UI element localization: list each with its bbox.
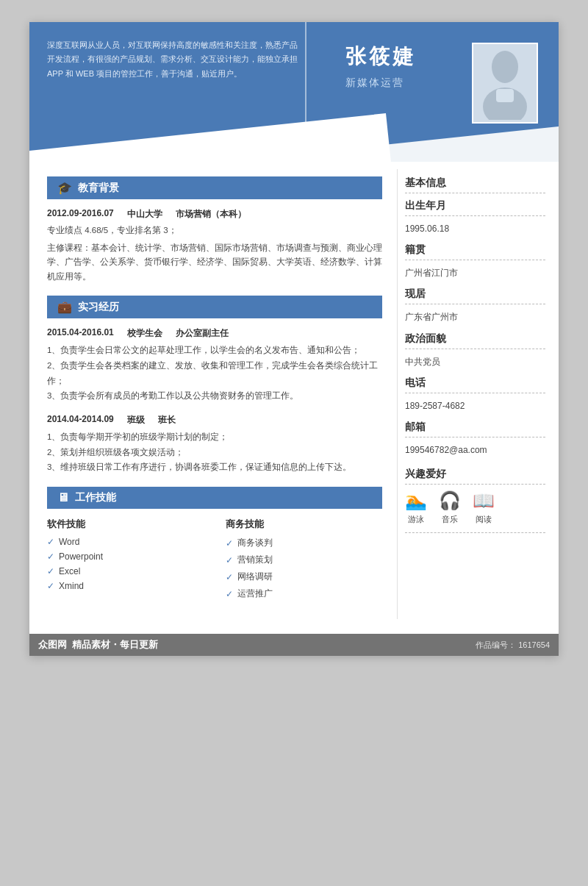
music-icon: 🎧 bbox=[439, 490, 461, 511]
hobby-music: 🎧 音乐 bbox=[439, 490, 461, 525]
skills-grid: 软件技能 ✓ Word ✓ Powerpoint ✓ Excel ✓ bbox=[47, 518, 382, 604]
exp2-row-main: 2014.04-2014.09 班级 班长 bbox=[47, 414, 382, 426]
field-value-email: 199546782@aa.com bbox=[405, 443, 545, 457]
divider bbox=[405, 484, 545, 485]
skill-label: Powerpoint bbox=[59, 551, 103, 562]
edu-gpa: 专业绩点 4.68/5，专业排名第 3； bbox=[47, 224, 382, 238]
field-birthdate: 出生年月 1995.06.18 bbox=[405, 199, 545, 236]
business-skills-title: 商务技能 bbox=[226, 518, 382, 531]
exp1-row-main: 2015.04-2016.01 校学生会 办公室副主任 bbox=[47, 327, 382, 340]
svg-point-0 bbox=[492, 51, 518, 83]
edu-major: 市场营销（本科） bbox=[176, 208, 246, 221]
basic-info-title: 基本信息 bbox=[405, 176, 545, 190]
skills-section-header: 🖥 工作技能 bbox=[47, 487, 382, 509]
hobbies-title: 兴趣爱好 bbox=[405, 468, 545, 481]
experience-section-header: 💼 实习经历 bbox=[47, 296, 382, 318]
field-label-hometown: 籍贯 bbox=[405, 243, 545, 257]
exp1-point1: 1、负责学生会日常公文的起草处理工作，以学生会的名义发布告、通知和公告； bbox=[47, 343, 382, 358]
reading-icon: 📖 bbox=[473, 490, 495, 511]
skill-label: 商务谈判 bbox=[237, 537, 273, 549]
divider bbox=[405, 260, 545, 260]
field-value-phone: 189-2587-4682 bbox=[405, 399, 545, 413]
skills-section-label: 工作技能 bbox=[75, 491, 116, 504]
business-skills-col: 商务技能 ✓ 商务谈判 ✓ 营销策划 ✓ 网络调研 ✓ bbox=[226, 518, 382, 604]
skill-word: ✓ Word bbox=[47, 537, 204, 547]
field-hobbies: 兴趣爱好 🏊 游泳 🎧 音乐 📖 阅读 bbox=[405, 468, 545, 533]
exp2-org: 班级 bbox=[127, 414, 145, 426]
field-value-birthdate: 1995.06.18 bbox=[405, 222, 545, 236]
watermark-logo-text: 众图网 bbox=[38, 639, 67, 650]
exp1-org: 校学生会 bbox=[127, 327, 162, 340]
hobby-reading: 📖 阅读 bbox=[473, 490, 495, 525]
exp2-point1: 1、负责每学期开学初的班级学期计划的制定； bbox=[47, 429, 382, 445]
checkmark-icon: ✓ bbox=[47, 566, 54, 576]
hobby-label-music: 音乐 bbox=[442, 514, 458, 525]
edu-date: 2012.09-2016.07 bbox=[47, 208, 114, 221]
field-value-politics: 中共党员 bbox=[405, 355, 545, 369]
skill-negotiation: ✓ 商务谈判 bbox=[226, 537, 382, 549]
skill-marketing: ✓ 营销策划 bbox=[226, 554, 382, 566]
divider bbox=[405, 215, 545, 216]
applicant-name: 张筱婕 bbox=[345, 43, 416, 71]
exp2-point3: 3、维持班级日常工作有序进行，协调各班委工作，保证通知信息的上传下达。 bbox=[47, 460, 382, 475]
field-value-hometown: 广州省江门市 bbox=[405, 266, 545, 280]
skill-label: Xmind bbox=[59, 581, 84, 591]
edu-courses: 主修课程：基本会计、统计学、市场营销、国际市场营销、市场调查与预测、商业心理学、… bbox=[47, 241, 382, 285]
watermark-id-label: 作品编号： bbox=[476, 640, 516, 649]
checkmark-icon: ✓ bbox=[226, 555, 233, 565]
field-hometown: 籍贯 广州省江门市 bbox=[405, 243, 545, 280]
header-intro-text: 深度互联网从业人员，对互联网保持高度的敏感性和关注度，熟悉产品开发流程，有很强的… bbox=[47, 38, 298, 81]
skills-icon: 🖥 bbox=[57, 491, 69, 504]
swimming-icon: 🏊 bbox=[405, 490, 427, 511]
exp1-date: 2015.04-2016.01 bbox=[47, 327, 114, 340]
skill-xmind: ✓ Xmind bbox=[47, 581, 204, 591]
experience-entry-2: 2014.04-2014.09 班级 班长 1、负责每学期开学初的班级学期计划的… bbox=[47, 414, 382, 475]
hobby-label-swimming: 游泳 bbox=[408, 514, 424, 525]
field-label-email: 邮箱 bbox=[405, 421, 545, 434]
resume-document: 深度互联网从业人员，对互联网保持高度的敏感性和关注度，熟悉产品开发流程，有很强的… bbox=[29, 22, 559, 656]
software-skills-col: 软件技能 ✓ Word ✓ Powerpoint ✓ Excel ✓ bbox=[47, 518, 204, 604]
main-column: 🎓 教育背景 2012.09-2016.07 中山大学 市场营销（本科） 专业绩… bbox=[29, 169, 397, 619]
skill-label: Word bbox=[59, 537, 79, 547]
skill-label: 营销策划 bbox=[237, 554, 273, 566]
education-section-header: 🎓 教育背景 bbox=[47, 176, 382, 199]
hobby-label-reading: 阅读 bbox=[476, 514, 492, 525]
hobby-swimming: 🏊 游泳 bbox=[405, 490, 427, 525]
applicant-photo bbox=[472, 43, 538, 124]
skill-operations: ✓ 运营推广 bbox=[226, 587, 382, 600]
watermark-id: 作品编号： 1617654 bbox=[476, 640, 550, 651]
resume-body: 🎓 教育背景 2012.09-2016.07 中山大学 市场营销（本科） 专业绩… bbox=[29, 162, 559, 634]
checkmark-icon: ✓ bbox=[226, 572, 233, 582]
exp2-date: 2014.04-2014.09 bbox=[47, 414, 114, 426]
experience-icon: 💼 bbox=[57, 300, 72, 314]
skill-excel: ✓ Excel bbox=[47, 566, 204, 576]
checkmark-icon: ✓ bbox=[47, 551, 54, 562]
sidebar-column: 基本信息 出生年月 1995.06.18 籍贯 广州省江门市 现居 广东省广州市… bbox=[397, 169, 559, 619]
field-label-politics: 政治面貌 bbox=[405, 332, 545, 346]
skill-label: 网络调研 bbox=[237, 571, 273, 583]
skill-label: 运营推广 bbox=[237, 587, 273, 600]
field-location: 现居 广东省广州市 bbox=[405, 287, 545, 324]
education-icon: 🎓 bbox=[57, 181, 72, 195]
exp1-point2: 2、负责学生会各类档案的建立、发放、收集和管理工作，完成学生会各类综合统计工作； bbox=[47, 358, 382, 388]
field-email: 邮箱 199546782@aa.com bbox=[405, 421, 545, 457]
checkmark-icon: ✓ bbox=[226, 538, 233, 549]
checkmark-icon: ✓ bbox=[226, 589, 233, 599]
experience-entry-1: 2015.04-2016.01 校学生会 办公室副主任 1、负责学生会日常公文的… bbox=[47, 327, 382, 404]
divider bbox=[405, 304, 545, 304]
field-phone: 电话 189-2587-4682 bbox=[405, 376, 545, 413]
exp1-title: 办公室副主任 bbox=[176, 327, 229, 340]
watermark-id-value: 1617654 bbox=[518, 640, 550, 649]
divider-bottom bbox=[405, 532, 545, 533]
edu-school: 中山大学 bbox=[127, 208, 162, 221]
hobbies-row: 🏊 游泳 🎧 音乐 📖 阅读 bbox=[405, 490, 545, 525]
skill-research: ✓ 网络调研 bbox=[226, 571, 382, 583]
field-label-birthdate: 出生年月 bbox=[405, 199, 545, 212]
exp1-point3: 3、负责学会所有成员的考勤工作以及公共物资财务的管理工作。 bbox=[47, 388, 382, 404]
exp2-title: 班长 bbox=[158, 414, 176, 426]
experience-section-label: 实习经历 bbox=[78, 301, 119, 314]
divider bbox=[405, 393, 545, 393]
exp2-point2: 2、策划并组织班级各项文娱活动； bbox=[47, 445, 382, 460]
education-entry: 2012.09-2016.07 中山大学 市场营销（本科） 专业绩点 4.68/… bbox=[47, 208, 382, 284]
software-skills-title: 软件技能 bbox=[47, 518, 204, 531]
